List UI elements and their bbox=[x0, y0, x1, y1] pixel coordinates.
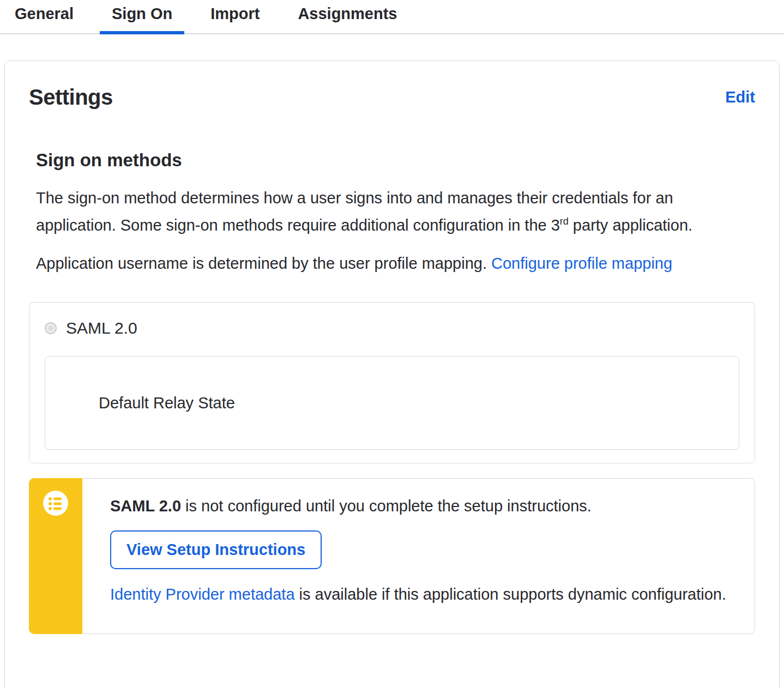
app-tab-bar: General Sign On Import Assignments bbox=[0, 0, 784, 34]
edit-settings-link[interactable]: Edit bbox=[725, 88, 755, 106]
default-relay-state-label: Default Relay State bbox=[99, 394, 235, 412]
settings-card: Settings Edit Sign on methods The sign-o… bbox=[4, 61, 780, 688]
identity-provider-metadata-link[interactable]: Identity Provider metadata bbox=[110, 586, 295, 603]
saml-radio-label: SAML 2.0 bbox=[66, 319, 137, 337]
configure-profile-mapping-link[interactable]: Configure profile mapping bbox=[491, 255, 672, 272]
saml-method-box: SAML 2.0 Default Relay State bbox=[29, 302, 755, 463]
callout-message-text: is not configured until you complete the… bbox=[181, 497, 592, 515]
callout-message-emphasis: SAML 2.0 bbox=[110, 497, 181, 515]
saml-radio-button[interactable] bbox=[45, 322, 57, 334]
tab-assignments[interactable]: Assignments bbox=[286, 0, 409, 33]
settings-card-header: Settings Edit bbox=[29, 85, 755, 110]
sign-on-methods-heading: Sign on methods bbox=[36, 150, 755, 171]
metadata-note-text: is available if this application support… bbox=[295, 586, 726, 603]
view-setup-instructions-button[interactable]: View Setup Instructions bbox=[110, 530, 322, 569]
setup-list-icon bbox=[43, 490, 69, 516]
saml-radio-row: SAML 2.0 bbox=[45, 319, 739, 337]
callout-message: SAML 2.0 is not configured until you com… bbox=[110, 496, 733, 516]
page-title: Settings bbox=[29, 85, 113, 110]
tab-sign-on[interactable]: Sign On bbox=[100, 0, 184, 33]
description-text-end: party application. bbox=[569, 216, 692, 234]
callout-yellow-stripe bbox=[29, 478, 82, 634]
saml-settings-preview: Default Relay State bbox=[45, 356, 739, 450]
tab-import[interactable]: Import bbox=[198, 0, 272, 33]
username-note-text: Application username is determined by th… bbox=[36, 255, 491, 272]
username-mapping-note: Application username is determined by th… bbox=[36, 250, 755, 277]
metadata-note: Identity Provider metadata is available … bbox=[110, 584, 733, 604]
setup-instructions-callout: SAML 2.0 is not configured until you com… bbox=[29, 478, 755, 634]
callout-body: SAML 2.0 is not configured until you com… bbox=[29, 479, 755, 625]
sign-on-methods-section: Sign on methods The sign-on method deter… bbox=[36, 150, 755, 277]
sign-on-methods-description: The sign-on method determines how a user… bbox=[36, 185, 712, 239]
ordinal-superscript: rd bbox=[560, 216, 569, 227]
tab-general[interactable]: General bbox=[3, 0, 86, 33]
